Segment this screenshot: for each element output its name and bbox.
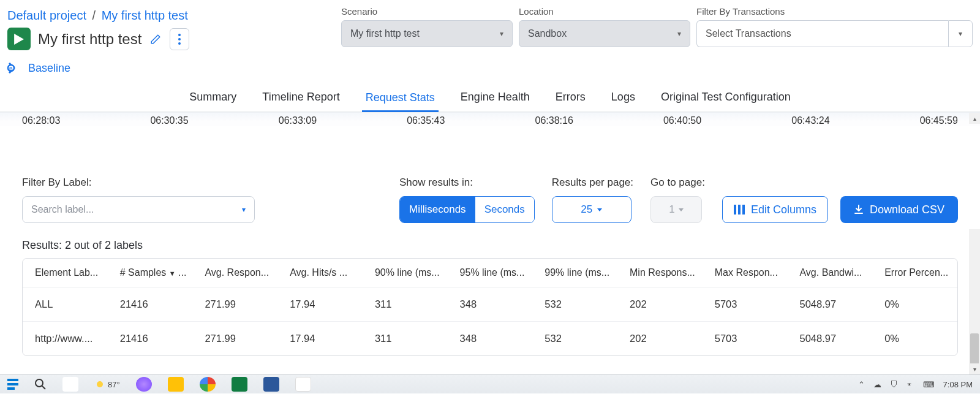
cell-label: ALL <box>23 287 108 322</box>
tab-errors[interactable]: Errors <box>552 86 589 112</box>
security-icon[interactable]: ⛉ <box>890 380 898 389</box>
column-header[interactable]: # Samples ▼ ... <box>108 259 193 287</box>
tray-expand-icon[interactable]: ⌃ <box>858 380 865 389</box>
cloud-icon[interactable]: ☁ <box>873 380 881 389</box>
cell-min: 202 <box>617 322 703 355</box>
caret-down-icon <box>597 208 602 211</box>
baseline-icon: B <box>7 61 22 75</box>
cell-samples: 21416 <box>108 287 193 322</box>
tab-summary[interactable]: Summary <box>186 86 240 112</box>
timeline-tick: 06:38:16 <box>535 115 573 126</box>
timeline-tick: 06:40:50 <box>663 115 701 126</box>
column-header[interactable]: Avg. Hits/s ... <box>277 259 363 287</box>
cell-min: 202 <box>617 287 703 322</box>
more-actions-button[interactable] <box>170 28 189 50</box>
column-header[interactable]: Min Respons... <box>617 259 703 287</box>
app-icon-2[interactable] <box>295 377 311 392</box>
cell-max: 5703 <box>703 287 788 322</box>
start-icon[interactable] <box>7 379 18 390</box>
baseline-link[interactable]: Baseline <box>28 62 70 75</box>
filter-transactions-select[interactable]: Select Transactions <box>696 20 948 47</box>
breadcrumb-test-link[interactable]: My first http test <box>102 9 188 22</box>
results-per-page-value: 25 <box>581 203 592 216</box>
tab-request-stats[interactable]: Request Stats <box>362 86 439 112</box>
cell-hits: 17.94 <box>277 287 363 322</box>
breadcrumb-project-link[interactable]: Default project <box>7 9 86 22</box>
filter-by-label-input[interactable]: Search label... ▾ <box>22 196 255 223</box>
results-per-page-label: Results per page: <box>552 177 633 189</box>
scenario-select[interactable]: My first http test ▾ <box>341 20 513 47</box>
download-csv-button[interactable]: Download CSV <box>840 196 958 223</box>
column-header[interactable]: Element Lab... <box>23 259 108 287</box>
toggle-milliseconds[interactable]: Milliseconds <box>400 197 475 222</box>
edit-title-icon[interactable] <box>149 34 162 45</box>
taskbar-time[interactable]: 7:08 PM <box>943 380 973 389</box>
tab-engine-health[interactable]: Engine Health <box>457 86 533 112</box>
tabs: SummaryTimeline ReportRequest StatsEngin… <box>0 86 980 112</box>
svg-text:B: B <box>9 66 13 72</box>
column-header[interactable]: Error Percen... <box>872 259 957 287</box>
breadcrumb: Default project / My first http test <box>7 6 341 28</box>
word-icon[interactable] <box>263 377 279 392</box>
weather-temp: 87° <box>108 380 120 389</box>
chevron-down-icon: ▾ <box>677 29 681 38</box>
cell-p99: 532 <box>532 287 617 322</box>
table-row[interactable]: http://www....21416271.9917.943113485322… <box>23 322 957 355</box>
cell-bw: 5048.97 <box>787 322 872 355</box>
tray-icon[interactable]: ᯤ <box>907 380 914 389</box>
mail-icon[interactable] <box>62 377 78 392</box>
column-header[interactable]: Max Respon... <box>703 259 788 287</box>
timeline-axis: 06:28:0306:30:3506:33:0906:35:4306:38:16… <box>0 113 980 126</box>
svg-point-3 <box>178 42 181 45</box>
app-icon[interactable] <box>136 377 152 392</box>
search-icon[interactable] <box>34 378 47 390</box>
timeline-tick: 06:30:35 <box>150 115 188 126</box>
weather-widget[interactable]: 87° <box>94 379 120 390</box>
results-count: Results: 2 out of 2 labels <box>22 239 958 252</box>
caret-down-icon <box>679 208 684 211</box>
column-header[interactable]: Avg. Respon... <box>192 259 277 287</box>
edit-columns-button[interactable]: Edit Columns <box>722 196 828 223</box>
chevron-down-icon: ▾ <box>242 205 246 214</box>
keyboard-icon[interactable]: ⌨ <box>923 380 935 389</box>
filter-transactions-label: Filter By Transactions <box>696 6 973 17</box>
tab-logs[interactable]: Logs <box>608 86 639 112</box>
location-select[interactable]: Sandbox ▾ <box>519 20 690 47</box>
run-button[interactable] <box>7 28 31 50</box>
timeline-tick: 06:33:09 <box>279 115 317 126</box>
toggle-seconds[interactable]: Seconds <box>475 197 534 222</box>
cell-p99: 532 <box>532 322 617 355</box>
results-table: Element Lab...# Samples ▼ ...Avg. Respon… <box>22 258 958 356</box>
show-results-toggle: Milliseconds Seconds <box>399 196 535 223</box>
file-explorer-icon[interactable] <box>168 377 184 392</box>
timeline-tick: 06:35:43 <box>407 115 445 126</box>
results-per-page-select[interactable]: 25 <box>552 196 631 223</box>
cell-p90: 311 <box>363 322 448 355</box>
tab-timeline-report[interactable]: Timeline Report <box>258 86 343 112</box>
go-to-page-value: 1 <box>669 203 674 216</box>
scrollbar-track[interactable] <box>969 229 980 374</box>
timeline-tick: 06:28:03 <box>22 115 60 126</box>
download-csv-label: Download CSV <box>870 203 944 216</box>
scrollbar-up[interactable]: ▴ <box>969 113 980 124</box>
taskbar: 87° ⌃ ☁ ⛉ ᯤ ⌨ 7:08 PM <box>0 374 980 393</box>
filter-transactions-dropdown[interactable]: ▾ <box>948 20 973 47</box>
svg-marker-0 <box>14 34 24 45</box>
excel-icon[interactable] <box>232 377 247 392</box>
cell-max: 5703 <box>703 322 788 355</box>
cell-p95: 348 <box>448 322 533 355</box>
svg-point-1 <box>178 34 181 36</box>
column-header[interactable]: 90% line (ms... <box>363 259 448 287</box>
column-header[interactable]: Avg. Bandwi... <box>787 259 872 287</box>
table-row[interactable]: ALL21416271.9917.9431134853220257035048.… <box>23 287 957 322</box>
chrome-icon[interactable] <box>200 377 216 392</box>
column-header[interactable]: 99% line (ms... <box>532 259 617 287</box>
tab-original-test-configuration[interactable]: Original Test Configuration <box>657 86 794 112</box>
column-header[interactable]: 95% line (ms... <box>448 259 533 287</box>
page-title: My first http test <box>38 31 141 48</box>
scrollbar-down[interactable]: ▾ <box>969 363 980 374</box>
filter-transactions-value: Select Transactions <box>706 28 791 39</box>
cell-bw: 5048.97 <box>787 287 872 322</box>
cell-p90: 311 <box>363 287 448 322</box>
scenario-value: My first http test <box>350 28 420 39</box>
